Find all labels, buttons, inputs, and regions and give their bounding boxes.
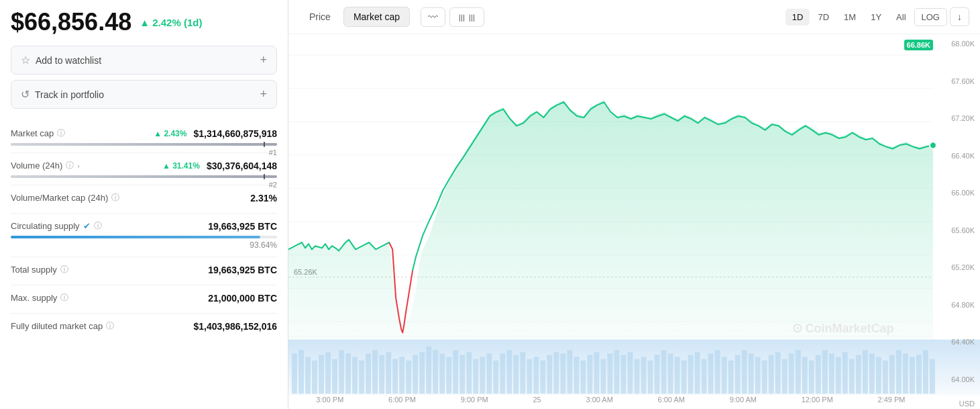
vol-mcap-info-icon[interactable]: ⓘ [111, 192, 119, 203]
svg-rect-45 [506, 350, 512, 394]
svg-rect-20 [339, 350, 344, 394]
total-supply-value: 19,663,925 BTC [208, 265, 277, 275]
svg-rect-59 [600, 359, 606, 394]
plus-icon: + [260, 53, 267, 67]
svg-rect-105 [910, 357, 915, 394]
stat-row-max-supply: Max. supply ⓘ 21,000,000 BTC [11, 285, 277, 314]
tab-market-cap[interactable]: Market cap [343, 7, 410, 27]
x-label-25: 25 [533, 396, 541, 404]
total-supply-info-icon[interactable]: ⓘ [60, 264, 68, 275]
add-to-watchlist-button[interactable]: ☆ Add to watchlist + [11, 46, 277, 75]
time-1d-button[interactable]: 1D [785, 9, 810, 26]
x-label-9am: 9:00 AM [730, 396, 757, 404]
volume-value: $30,376,604,148 [207, 161, 277, 171]
track-in-portfolio-button[interactable]: ↺ Track in portfolio + [11, 80, 277, 109]
price-header: $66,856.48 ▲ 2.42% (1d) [11, 8, 277, 36]
svg-rect-39 [466, 352, 472, 394]
svg-rect-48 [527, 359, 532, 394]
svg-rect-41 [480, 357, 485, 394]
svg-rect-103 [896, 350, 902, 394]
svg-rect-67 [655, 355, 660, 394]
svg-rect-70 [675, 357, 680, 394]
svg-rect-55 [574, 357, 579, 394]
svg-rect-21 [345, 353, 351, 394]
svg-rect-14 [298, 350, 304, 394]
max-supply-label: Max. supply [11, 293, 57, 303]
fully-diluted-value: $1,403,986,152,016 [193, 321, 277, 332]
svg-rect-57 [587, 355, 592, 394]
volume-info-icon[interactable]: ⓘ [66, 160, 74, 171]
circ-supply-info-icon[interactable]: ⓘ [94, 220, 102, 232]
market-cap-info-icon[interactable]: ⓘ [57, 128, 65, 139]
stat-row-market-cap: Market cap ⓘ ▲ 2.43% $1,314,660,875,918 … [11, 121, 277, 153]
svg-rect-93 [829, 353, 834, 394]
y-axis-labels: 68.00K 67.60K 67.20K 66.86K 66.40K 66.00… [933, 34, 980, 389]
y-label-644k: 64.40K [933, 338, 975, 346]
download-button[interactable]: ↓ [950, 7, 969, 26]
portfolio-icon: ↺ [21, 88, 30, 101]
svg-rect-95 [842, 352, 848, 394]
svg-rect-63 [627, 352, 633, 394]
tab-price[interactable]: Price [299, 7, 341, 27]
svg-rect-80 [742, 350, 747, 394]
svg-rect-77 [722, 357, 727, 394]
svg-rect-29 [399, 357, 404, 394]
candlestick-chart-button[interactable]: ⫼⫼ [449, 7, 484, 27]
svg-rect-72 [688, 355, 694, 394]
svg-rect-32 [419, 352, 425, 394]
svg-rect-49 [533, 357, 539, 394]
chart-tabs: Price Market cap [299, 7, 410, 27]
svg-rect-83 [762, 361, 767, 394]
svg-rect-33 [426, 347, 431, 394]
portfolio-label: Track in portfolio [35, 89, 104, 100]
svg-rect-71 [682, 361, 687, 394]
svg-rect-86 [782, 359, 787, 394]
svg-rect-42 [486, 353, 492, 394]
y-label-640k: 64.00K [933, 375, 975, 383]
supply-progress [11, 236, 277, 238]
time-7d-button[interactable]: 7D [811, 9, 836, 26]
chart-type-buttons: 〰 ⫼⫼ [421, 7, 484, 27]
y-label-656k: 65.60K [933, 226, 975, 234]
x-label-249pm: 2:49 PM [878, 396, 906, 404]
log-button[interactable]: LOG [914, 8, 947, 26]
right-panel: Price Market cap 〰 ⫼⫼ 1D 7D 1M 1Y All LO… [288, 0, 980, 409]
time-all-button[interactable]: All [889, 9, 912, 26]
fully-diluted-info-icon[interactable]: ⓘ [106, 320, 114, 332]
line-chart-button[interactable]: 〰 [421, 7, 445, 27]
y-label-676k: 67.60K [933, 77, 975, 85]
x-label-6am: 6:00 AM [658, 396, 685, 404]
svg-rect-47 [520, 352, 525, 394]
max-supply-info-icon[interactable]: ⓘ [60, 292, 68, 304]
svg-rect-53 [560, 353, 565, 394]
watchlist-label: Add to watchlist [36, 55, 101, 66]
svg-rect-16 [312, 361, 317, 394]
stats-section: Market cap ⓘ ▲ 2.43% $1,314,660,875,918 … [11, 121, 277, 341]
chart-header: Price Market cap 〰 ⫼⫼ 1D 7D 1M 1Y All LO… [288, 0, 980, 34]
svg-rect-62 [620, 355, 626, 394]
x-label-3pm: 3:00 PM [316, 396, 343, 404]
svg-rect-78 [728, 361, 734, 394]
svg-rect-87 [789, 353, 794, 394]
stat-row-volume-market-cap: Volume/Market cap (24h) ⓘ 2.31% [11, 185, 277, 214]
volume-chevron-icon[interactable]: › [77, 162, 80, 170]
vol-mcap-label: Volume/Market cap (24h) [11, 193, 108, 203]
svg-rect-27 [386, 352, 391, 394]
x-axis-labels: 3:00 PM 6:00 PM 9:00 PM 25 3:00 AM 6:00 … [288, 390, 933, 409]
time-1y-button[interactable]: 1Y [864, 9, 888, 26]
svg-rect-64 [635, 359, 640, 394]
svg-rect-96 [849, 359, 855, 394]
stat-row-total-supply: Total supply ⓘ 19,663,925 BTC [11, 257, 277, 285]
market-cap-label: Market cap [11, 128, 54, 138]
svg-rect-15 [305, 357, 311, 394]
svg-rect-13 [292, 353, 297, 394]
svg-rect-81 [749, 353, 754, 394]
svg-rect-36 [446, 357, 451, 394]
svg-rect-107 [923, 350, 928, 394]
svg-rect-50 [540, 361, 545, 394]
svg-rect-51 [547, 355, 552, 394]
time-1m-button[interactable]: 1M [837, 9, 863, 26]
verified-icon: ✔ [83, 221, 91, 231]
svg-rect-100 [876, 357, 881, 394]
svg-rect-74 [702, 359, 707, 394]
